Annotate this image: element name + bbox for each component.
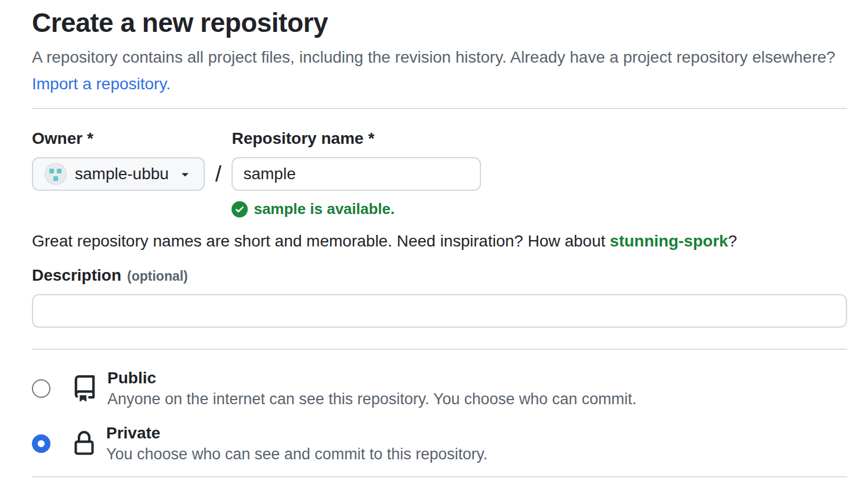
page-subtitle: A repository contains all project files,… — [32, 44, 847, 71]
public-option-title: Public — [107, 368, 636, 387]
name-availability-status: sample is available. — [232, 200, 481, 218]
lock-icon — [71, 430, 97, 458]
repository-name-label: Repository name * — [232, 129, 481, 148]
visibility-options: Public Anyone on the internet can see th… — [32, 368, 847, 463]
suggested-name-link[interactable]: stunning-spork — [610, 232, 728, 250]
required-asterisk: * — [368, 129, 374, 147]
public-option-description: Anyone on the internet can see this repo… — [107, 390, 636, 408]
owner-label: Owner * — [32, 129, 205, 148]
name-suggestion-text: Great repository names are short and mem… — [32, 232, 847, 251]
divider-bottom — [32, 476, 847, 477]
divider-middle — [32, 349, 847, 350]
import-repository-link[interactable]: Import a repository. — [32, 71, 171, 97]
page-title: Create a new repository — [32, 7, 847, 38]
triangle-down-icon — [178, 167, 192, 181]
owner-dropdown-button[interactable]: sample-ubbu — [32, 157, 205, 191]
check-circle-icon — [232, 201, 248, 217]
owner-repo-row: Owner * sample-ubbu / Repository name * — [32, 129, 847, 218]
private-option-title: Private — [106, 423, 487, 443]
create-repository-page: Create a new repository A repository con… — [0, 0, 868, 477]
owner-avatar-identicon — [45, 163, 67, 185]
repository-name-input[interactable] — [232, 157, 481, 191]
private-radio[interactable] — [32, 434, 50, 453]
visibility-option-public[interactable]: Public Anyone on the internet can see th… — [32, 368, 847, 408]
repository-name-field: Repository name * sample is available. — [232, 129, 481, 218]
owner-field: Owner * sample-ubbu — [32, 129, 205, 191]
description-label: Description(optional) — [32, 266, 188, 284]
owner-selected-value: sample-ubbu — [75, 165, 169, 183]
private-option-description: You choose who can see and commit to thi… — [106, 445, 487, 463]
public-radio[interactable] — [32, 379, 50, 398]
optional-hint: (optional) — [127, 269, 188, 284]
required-asterisk: * — [87, 129, 93, 147]
repo-icon — [71, 375, 98, 402]
public-option-text: Public Anyone on the internet can see th… — [107, 368, 636, 408]
visibility-option-private[interactable]: Private You choose who can see and commi… — [32, 423, 847, 463]
owner-repo-separator: / — [215, 157, 222, 191]
description-input[interactable] — [32, 294, 847, 328]
availability-message: sample is available. — [254, 200, 395, 218]
private-option-text: Private You choose who can see and commi… — [106, 423, 487, 463]
divider-top — [32, 108, 847, 109]
description-field: Description(optional) — [32, 266, 847, 328]
